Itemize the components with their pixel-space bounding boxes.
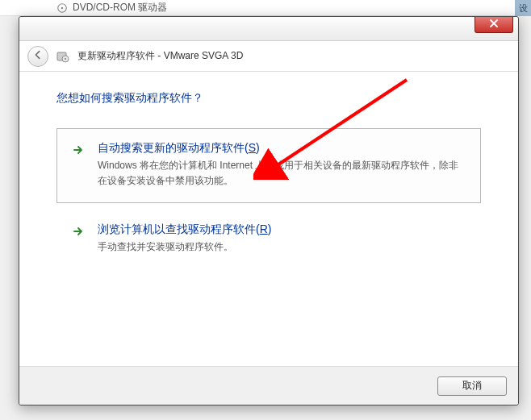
dialog-heading: 您想如何搜索驱动程序软件？ — [56, 91, 481, 106]
header-row: 更新驱动程序软件 - VMware SVGA 3D — [19, 41, 518, 72]
back-button[interactable] — [27, 46, 48, 67]
driver-disc-icon — [56, 50, 69, 63]
arrow-right-icon — [72, 225, 85, 238]
device-row-label: DVD/CD-ROM 驱动器 — [73, 1, 167, 15]
back-arrow-icon — [32, 49, 44, 63]
close-icon — [489, 19, 499, 31]
dialog-footer: 取消 — [19, 366, 518, 405]
option-title: 浏览计算机以查找驱动程序软件(R) — [98, 222, 466, 236]
option-auto-search[interactable]: 自动搜索更新的驱动程序软件(S) Windows 将在您的计算机和 Intern… — [56, 128, 481, 203]
arrow-right-icon — [72, 143, 85, 156]
option-title: 自动搜索更新的驱动程序软件(S) — [98, 140, 466, 155]
option-desc: 手动查找并安装驱动程序软件。 — [98, 239, 466, 255]
device-manager-row: DVD/CD-ROM 驱动器 — [0, 0, 531, 16]
disc-drive-icon — [56, 2, 68, 14]
dialog-content: 您想如何搜索驱动程序软件？ 自动搜索更新的驱动程序软件(S) Windows 将… — [19, 72, 518, 366]
dialog-title: 更新驱动程序软件 - VMware SVGA 3D — [77, 49, 243, 63]
option-body: 浏览计算机以查找驱动程序软件(R) 手动查找并安装驱动程序软件。 — [98, 222, 466, 255]
titlebar — [19, 17, 518, 41]
cancel-button[interactable]: 取消 — [437, 376, 507, 396]
svg-point-4 — [65, 58, 66, 60]
option-browse-computer[interactable]: 浏览计算机以查找驱动程序软件(R) 手动查找并安装驱动程序软件。 — [56, 210, 481, 268]
option-body: 自动搜索更新的驱动程序软件(S) Windows 将在您的计算机和 Intern… — [98, 140, 466, 189]
svg-point-1 — [61, 6, 63, 8]
properties-tab-fragment: 设 — [515, 0, 531, 16]
option-desc: Windows 将在您的计算机和 Internet 上查找用于相关设备的最新驱动… — [98, 158, 466, 189]
update-driver-dialog: 更新驱动程序软件 - VMware SVGA 3D 您想如何搜索驱动程序软件？ … — [19, 16, 519, 405]
close-button[interactable] — [475, 17, 513, 33]
